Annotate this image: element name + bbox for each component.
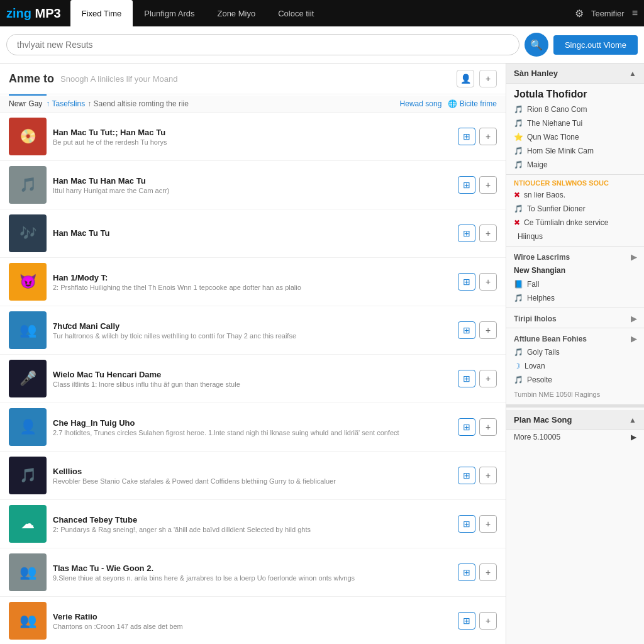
song-list: 📀Han Mac Tu Tut:; Han Mac TuBe put aut h…	[0, 113, 506, 644]
sidebar-item-helphes[interactable]: 🎵 Helphes	[506, 291, 644, 305]
song-artist: Ittul harry Hunlgat mare the Cam acrr)	[53, 187, 452, 194]
moon-icon: ☽	[514, 362, 521, 370]
song-thumbnail[interactable]: 🎵	[9, 166, 47, 204]
sidebar: Sàn Hanley ▲ Jotula Thofidor 🎵 Rion 8 Ca…	[506, 64, 644, 644]
x-icon: ✖	[514, 191, 520, 199]
main-container: Anme to Snoogh A liniicles lif your Moan…	[0, 64, 644, 644]
anime-user-button[interactable]: 👤	[457, 70, 474, 87]
add-to-playlist-button[interactable]: ⊞	[458, 612, 475, 630]
singout-button[interactable]: Singc.outt Viome	[553, 35, 638, 55]
add-to-playlist-button[interactable]: ⊞	[458, 273, 475, 291]
add-to-playlist-button[interactable]: ⊞	[458, 467, 475, 484]
song-thumbnail[interactable]: 🎶	[9, 214, 47, 252]
more-options-button[interactable]: +	[479, 128, 497, 145]
song-thumbnail[interactable]: 👥	[9, 553, 47, 591]
song-actions: ⊞+	[458, 564, 497, 581]
search-bar: 🔍 Singc.outt Viome	[0, 26, 644, 64]
search-button[interactable]: 🔍	[525, 33, 548, 57]
song-thumbnail[interactable]: 🎤	[9, 360, 47, 397]
song-item: ☁Chanced Tebey Ttube2: Pundarys & Rag sn…	[0, 500, 506, 548]
sidebar-item-lovan[interactable]: ☽ Lovan	[506, 359, 644, 373]
nav-tab-coloce[interactable]: Coloce tiit	[267, 0, 325, 26]
more-options-button[interactable]: +	[479, 370, 497, 387]
song-thumbnail[interactable]: 👥	[9, 311, 47, 349]
filter-link[interactable]: ↑ Tasefslins	[46, 99, 85, 108]
hewad-song-link[interactable]: Hewad song	[400, 99, 442, 108]
song-title: Verie Ratiio	[53, 612, 452, 621]
search-input[interactable]	[6, 34, 519, 55]
menu-icon[interactable]: ≡	[632, 8, 638, 19]
sidebar-section3-arrow[interactable]: ▶	[631, 314, 636, 323]
sidebar-item-label: Qun Wac Tlone	[527, 133, 579, 142]
add-to-playlist-button[interactable]: ⊞	[458, 370, 475, 387]
add-to-playlist-button[interactable]: ⊞	[458, 418, 475, 436]
sidebar-section3-title: Tiripi Iholos	[514, 314, 557, 323]
sidebar-section2-arrow[interactable]: ▶	[631, 253, 636, 262]
user-label[interactable]: Teemifier	[591, 9, 625, 18]
sidebar-section5-toggle[interactable]: ▲	[629, 416, 636, 425]
fb-icon: 📘	[514, 280, 523, 289]
song-info: Han Mac Tu Tut:; Han Mac TuBe put aut he…	[53, 128, 452, 146]
song-thumbnail[interactable]: 👤	[9, 408, 47, 446]
more-options-button[interactable]: +	[479, 273, 497, 291]
song-thumbnail[interactable]: 😈	[9, 263, 47, 301]
song-thumbnail[interactable]: 👥	[9, 602, 47, 640]
sidebar-item-pesolte[interactable]: 🎵 Pesolte	[506, 373, 644, 387]
more-options-button[interactable]: +	[479, 321, 497, 339]
nav-tab-fixed-time[interactable]: Fixed Time	[70, 0, 133, 26]
add-to-playlist-button[interactable]: ⊞	[458, 225, 475, 242]
more-options-button[interactable]: +	[479, 418, 497, 436]
song-info: Tlas Mac Tu - Wie Goon 2.9.Slene thiue a…	[53, 564, 452, 582]
song-title: Han 1/Mody T:	[53, 273, 452, 282]
more-options-button[interactable]: +	[479, 564, 497, 581]
sidebar-section2-header: Wiroe Lascrims ▶	[506, 249, 644, 264]
song-item: 👥Verie RatiioChantons on :Croon 147 ads …	[0, 597, 506, 644]
song-item: 👤Che Hag_In Tuig Uho2.7 lhotidtes, Trune…	[0, 403, 506, 452]
more-options-button[interactable]: +	[479, 612, 497, 630]
sidebar-item-rion[interactable]: 🎵 Rion 8 Cano Com	[506, 103, 644, 116]
more-options-button[interactable]: +	[479, 515, 497, 533]
filter-desc: ↑ Saend altisie romting the riie	[87, 99, 189, 108]
nav-tab-zone[interactable]: Zone Miyo	[206, 0, 267, 26]
song-artist: 9.Slene thiue at seyons n. anla bins her…	[53, 574, 452, 582]
song-item: 🎵KellliosRevobler Bese Stanio Cake stafa…	[0, 452, 506, 500]
sidebar-item-goly[interactable]: 🎵 Goly Tails	[506, 345, 644, 359]
more-arrow-icon[interactable]: ▶	[631, 433, 636, 441]
add-to-playlist-button[interactable]: ⊞	[458, 564, 475, 581]
more-options-button[interactable]: +	[479, 225, 497, 242]
sidebar-more-item[interactable]: More 5.10005 ▶	[506, 430, 644, 444]
sidebar-item-hiinqus[interactable]: Hiinqus	[506, 230, 644, 243]
sidebar-item-ce[interactable]: ✖ Ce Tümlialn dnke service	[506, 216, 644, 230]
sidebar-item-maige[interactable]: 🎵 Maige	[506, 158, 644, 172]
sidebar-section4-arrow[interactable]: ▶	[631, 335, 636, 343]
more-options-button[interactable]: +	[479, 467, 497, 484]
sidebar-item-sn[interactable]: ✖ sn lier Baos.	[506, 188, 644, 202]
sidebar-item-hom[interactable]: 🎵 Hom Sle Minik Cam	[506, 144, 644, 158]
song-thumbnail[interactable]: 📀	[9, 118, 47, 155]
sidebar-section1-toggle[interactable]: ▲	[629, 69, 636, 78]
song-info: Chanced Tebey Ttube2: Pundarys & Rag sne…	[53, 515, 452, 533]
add-to-playlist-button[interactable]: ⊞	[458, 176, 475, 194]
gear-icon[interactable]: ⚙	[575, 8, 584, 19]
song-thumbnail[interactable]: ☁	[9, 505, 47, 543]
sidebar-more-label: More 5.10005	[514, 433, 560, 441]
sidebar-item-qun[interactable]: ⭐ Qun Wac Tlone	[506, 130, 644, 144]
song-thumbnail[interactable]: 🎵	[9, 457, 47, 494]
add-to-playlist-button[interactable]: ⊞	[458, 515, 475, 533]
add-to-playlist-button[interactable]: ⊞	[458, 128, 475, 145]
nav-tab-plunfigm[interactable]: Plunfigm Ards	[133, 0, 206, 26]
song-info: KellliosRevobler Bese Stanio Cake stafal…	[53, 467, 452, 485]
sidebar-item-to[interactable]: 🎵 To Sunfier Dioner	[506, 202, 644, 216]
sidebar-divider5	[506, 404, 644, 408]
music-icon: 🎵	[514, 119, 523, 128]
sidebar-item-fall[interactable]: 📘 Fall	[506, 277, 644, 291]
sidebar-item-label: Goly Tails	[527, 348, 560, 357]
add-to-playlist-button[interactable]: ⊞	[458, 321, 475, 339]
song-item: 👥Tlas Mac Tu - Wie Goon 2.9.Slene thiue …	[0, 548, 506, 597]
bicite-link[interactable]: 🌐 Bicite frime	[448, 99, 497, 108]
anime-plus-button[interactable]: +	[479, 70, 497, 87]
song-artist: Chantons on :Croon 147 ads alse det bem	[53, 623, 452, 630]
more-options-button[interactable]: +	[479, 176, 497, 194]
sidebar-item-niehane[interactable]: 🎵 The Niehane Tui	[506, 116, 644, 130]
header-right: ⚙ Teemifier ≡	[575, 8, 638, 19]
